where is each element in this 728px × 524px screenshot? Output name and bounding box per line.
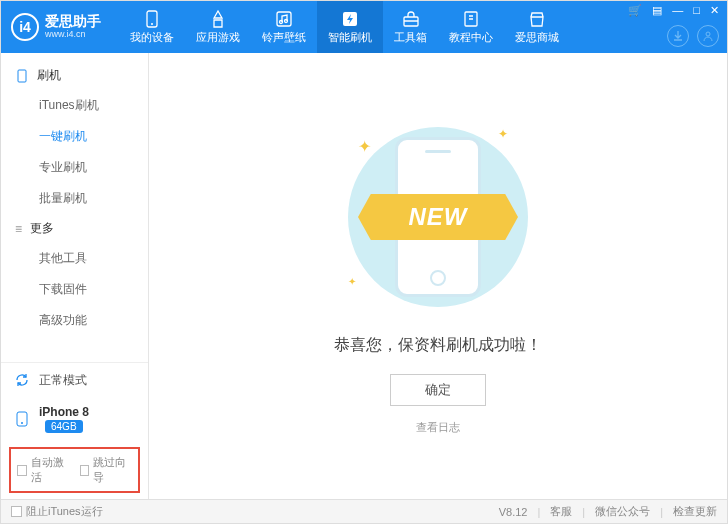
device-name: iPhone 8 (39, 405, 89, 419)
wechat-link[interactable]: 微信公众号 (595, 504, 650, 519)
nav-toolbox[interactable]: 工具箱 (383, 1, 438, 53)
minimize-button[interactable]: — (670, 4, 685, 17)
nav-label: 我的设备 (130, 30, 174, 45)
book-icon (461, 10, 481, 28)
success-message: 恭喜您，保资料刷机成功啦！ (334, 335, 542, 356)
shop-icon (527, 10, 547, 28)
download-icon[interactable] (667, 25, 689, 47)
phone-icon (13, 410, 31, 428)
sidebar-item[interactable]: 其他工具 (1, 243, 148, 274)
nav-shop[interactable]: 爱思商城 (504, 1, 570, 53)
sidebar-group-label: 更多 (30, 220, 54, 237)
sidebar-group-more: ≡ 更多 (1, 214, 148, 243)
version-label: V8.12 (499, 506, 528, 518)
ok-button[interactable]: 确定 (390, 374, 486, 406)
app-title: 爱思助手 (45, 14, 101, 29)
cart-icon[interactable]: 🛒 (626, 4, 644, 17)
svg-point-11 (21, 422, 23, 424)
storage-badge: 64GB (45, 420, 83, 433)
window-controls: 🛒 ▤ — □ ✕ (626, 4, 721, 17)
nav-apps[interactable]: 应用游戏 (185, 1, 251, 53)
nav-music[interactable]: 铃声壁纸 (251, 1, 317, 53)
svg-point-1 (151, 23, 153, 25)
sidebar: 刷机 iTunes刷机一键刷机专业刷机批量刷机 ≡ 更多 其他工具下载固件高级功… (1, 53, 149, 499)
check-update-link[interactable]: 检查更新 (673, 504, 717, 519)
activation-options: 自动激活 跳过向导 (9, 447, 140, 493)
nav-book[interactable]: 教程中心 (438, 1, 504, 53)
nav-label: 智能刷机 (328, 30, 372, 45)
menu-icon: ≡ (15, 222, 22, 236)
nav-flash[interactable]: 智能刷机 (317, 1, 383, 53)
svg-rect-9 (18, 70, 26, 82)
support-link[interactable]: 客服 (550, 504, 572, 519)
flash-icon (340, 10, 360, 28)
status-mode[interactable]: 正常模式 (1, 363, 148, 397)
app-logo: i4 爱思助手 www.i4.cn (1, 13, 111, 41)
apps-icon (208, 10, 228, 28)
user-icon[interactable] (697, 25, 719, 47)
options-icon[interactable]: ▤ (650, 4, 664, 17)
logo-icon: i4 (11, 13, 39, 41)
main-content: ✦ ✦ ✦ NEW 恭喜您，保资料刷机成功啦！ 确定 查看日志 (149, 53, 727, 499)
status-mode-label: 正常模式 (39, 372, 87, 389)
status-bar: 阻止iTunes运行 V8.12| 客服| 微信公众号| 检查更新 (1, 499, 727, 523)
close-button[interactable]: ✕ (708, 4, 721, 17)
nav-phone[interactable]: 我的设备 (119, 1, 185, 53)
sidebar-item[interactable]: iTunes刷机 (1, 90, 148, 121)
sidebar-item[interactable]: 下载固件 (1, 274, 148, 305)
sidebar-group-flash: 刷机 (1, 61, 148, 90)
skip-wizard-checkbox[interactable]: 跳过向导 (80, 455, 133, 485)
app-url: www.i4.cn (45, 30, 101, 40)
app-header: i4 爱思助手 www.i4.cn 我的设备应用游戏铃声壁纸智能刷机工具箱教程中… (1, 1, 727, 53)
new-banner: NEW (358, 194, 518, 240)
svg-point-3 (280, 20, 283, 23)
sidebar-group-label: 刷机 (37, 67, 61, 84)
sidebar-item[interactable]: 一键刷机 (1, 121, 148, 152)
phone-icon (142, 10, 162, 28)
nav-label: 工具箱 (394, 30, 427, 45)
auto-activate-checkbox[interactable]: 自动激活 (17, 455, 70, 485)
svg-point-8 (706, 32, 710, 36)
nav-label: 爱思商城 (515, 30, 559, 45)
nav-label: 应用游戏 (196, 30, 240, 45)
svg-rect-2 (277, 12, 291, 26)
nav-label: 教程中心 (449, 30, 493, 45)
refresh-icon (13, 371, 31, 389)
maximize-button[interactable]: □ (691, 4, 702, 17)
toolbox-icon (401, 10, 421, 28)
music-icon (274, 10, 294, 28)
view-log-link[interactable]: 查看日志 (416, 420, 460, 435)
sidebar-item[interactable]: 专业刷机 (1, 152, 148, 183)
sidebar-item[interactable]: 高级功能 (1, 305, 148, 336)
main-nav: 我的设备应用游戏铃声壁纸智能刷机工具箱教程中心爱思商城 (119, 1, 570, 53)
nav-label: 铃声壁纸 (262, 30, 306, 45)
phone-icon (15, 69, 29, 83)
sidebar-item[interactable]: 批量刷机 (1, 183, 148, 214)
block-itunes-checkbox[interactable]: 阻止iTunes运行 (11, 504, 103, 519)
svg-point-4 (285, 19, 288, 22)
success-illustration: ✦ ✦ ✦ NEW (318, 117, 558, 317)
status-device[interactable]: iPhone 8 64GB (1, 397, 148, 441)
